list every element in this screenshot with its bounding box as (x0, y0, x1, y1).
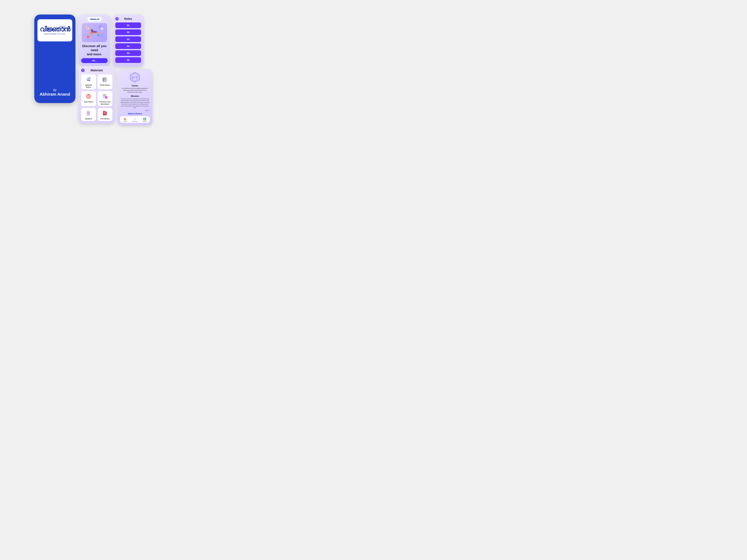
study-notes-icon (102, 76, 108, 83)
svg-point-17 (85, 26, 87, 28)
wifi-decoration-icon: ((●)) (59, 25, 65, 29)
notice-board-title: Notice Board (120, 112, 150, 115)
svg-rect-42 (87, 112, 89, 112)
s5-button[interactable]: S5 (115, 50, 141, 56)
get-button[interactable]: GE... (81, 58, 108, 63)
prev-year-questions-item[interactable]: ? Previous Year Questions (98, 91, 112, 106)
svg-rect-25 (104, 78, 106, 79)
materials-nav-icon: 📄 (133, 117, 136, 121)
svg-text:?: ? (106, 97, 107, 98)
svg-text:✓: ✓ (89, 78, 90, 79)
hero-text: Discover all you need and more. (82, 44, 106, 56)
by-label: By (53, 88, 56, 92)
bottom-nav: 🏠 Home 📄 Materials ℹ️ About (120, 116, 150, 123)
right-area: വിജ്ഞാൻ (79, 15, 152, 125)
main-scene: ((●)) വിജ്ഞാൻ DEPARTMENT OF ECE By Abhir… (34, 15, 152, 125)
syllabus-icon (85, 110, 92, 117)
syllabus-label: Syllabus (85, 118, 92, 120)
study-notes-item[interactable]: Study Notes (98, 74, 112, 89)
hero-illustration (82, 23, 107, 42)
svg-rect-43 (87, 113, 89, 113)
materials-header: × Materials (81, 69, 112, 72)
aptitude-notes-label: Aptitude Notes (82, 84, 95, 88)
about-screen: ECE Vision To mould the youth as excelle… (118, 69, 152, 125)
materials-screen: × Materials ✓ (79, 66, 115, 124)
svg-rect-7 (90, 32, 92, 33)
notes-header: × Notes (115, 17, 141, 21)
svg-rect-49 (104, 112, 105, 112)
s3-button[interactable]: S3 (115, 36, 141, 42)
svg-rect-10 (97, 34, 99, 36)
syllabus-item[interactable]: Syllabus (81, 108, 96, 121)
logo-box: ((●)) വിജ്ഞാൻ DEPARTMENT OF ECE (37, 19, 72, 42)
s2-button[interactable]: S2 (115, 29, 141, 35)
author-name: Abhiram Anand (40, 92, 70, 97)
s6-button[interactable]: S6 (115, 57, 141, 63)
vision-section: Vision To mould the youth as excellent e… (120, 84, 150, 93)
mission-text: To impart theoretical foundations in Ele… (120, 98, 150, 109)
svg-point-1 (87, 27, 89, 30)
mission-title: Mission (120, 95, 150, 97)
prev-year-label: Previous Year Questions (99, 101, 111, 105)
materials-nav-label: Materials (132, 121, 137, 122)
materials-title: Materials (85, 69, 109, 72)
about-nav-icon: ℹ️ (143, 117, 146, 121)
materials-grid: ✓ Aptitude Notes (81, 74, 112, 121)
s4-button[interactable]: S4 (115, 43, 141, 49)
logo-dept-text: DEPARTMENT OF ECE (45, 33, 65, 35)
prev-year-questions-icon: ? (102, 93, 108, 100)
aptitude-notes-icon: ✓ (85, 76, 92, 83)
home-nav-icon: 🏠 (124, 117, 127, 121)
about-nav-label: About (143, 121, 147, 122)
bottom-row: × Materials ✓ (79, 69, 152, 125)
left-splash-card: ((●)) വിജ്ഞാൻ DEPARTMENT OF ECE By Abhir… (34, 15, 75, 103)
notes-screen: × Notes S1 S2 S3 S4 S5 S6 (113, 15, 144, 67)
svg-rect-3 (91, 33, 91, 36)
study-notes-label: Study Notes (100, 84, 110, 86)
svg-rect-47 (103, 111, 104, 115)
notes-title: Notes (119, 17, 137, 21)
text-books-icon (102, 110, 108, 117)
svg-rect-36 (104, 95, 105, 95)
svg-rect-50 (104, 113, 105, 113)
more-link[interactable]: More > (120, 109, 150, 111)
svg-rect-28 (103, 78, 103, 82)
svg-rect-41 (87, 111, 89, 115)
vision-title: Vision (120, 84, 150, 87)
svg-rect-13 (101, 34, 103, 37)
app-logo-small: വിജ്ഞാൻ (87, 17, 102, 22)
nav-home[interactable]: 🏠 Home (124, 117, 127, 122)
svg-rect-26 (104, 79, 106, 79)
svg-rect-37 (104, 96, 105, 96)
svg-point-9 (97, 32, 100, 34)
svg-point-12 (87, 35, 89, 38)
ece-logo: ECE (129, 72, 140, 83)
nav-materials[interactable]: 📄 Materials (132, 117, 137, 122)
nav-about[interactable]: ℹ️ About (143, 117, 147, 122)
top-row: വിജ്ഞാൻ (79, 15, 152, 67)
notes-close-button[interactable]: × (115, 17, 119, 21)
mission-section: Mission To impart theoretical foundation… (120, 95, 150, 109)
gate-notes-item[interactable]: Gate Notes (81, 91, 96, 106)
gate-notes-icon (85, 93, 92, 100)
svg-rect-27 (104, 80, 105, 80)
materials-close-button[interactable]: × (81, 69, 85, 72)
s1-button[interactable]: S1 (115, 22, 141, 28)
logo-malayalam-text: വിജ്ഞാൻ (40, 26, 70, 32)
vision-text: To mould the youth as excellent engineer… (120, 87, 150, 93)
home-nav-label: Home (124, 121, 127, 122)
svg-point-31 (88, 94, 89, 95)
svg-rect-11 (92, 31, 97, 32)
home-screen: വിജ്ഞാൻ (79, 15, 110, 65)
svg-text:ECE: ECE (132, 76, 138, 79)
text-books-label: Text Books (100, 118, 109, 120)
svg-rect-48 (106, 111, 107, 115)
gate-notes-label: Gate Notes (84, 101, 93, 103)
text-books-item[interactable]: Text Books (98, 108, 112, 121)
app-small-name: വിജ്ഞാൻ (89, 18, 99, 21)
aptitude-notes-item[interactable]: ✓ Aptitude Notes (81, 74, 96, 89)
